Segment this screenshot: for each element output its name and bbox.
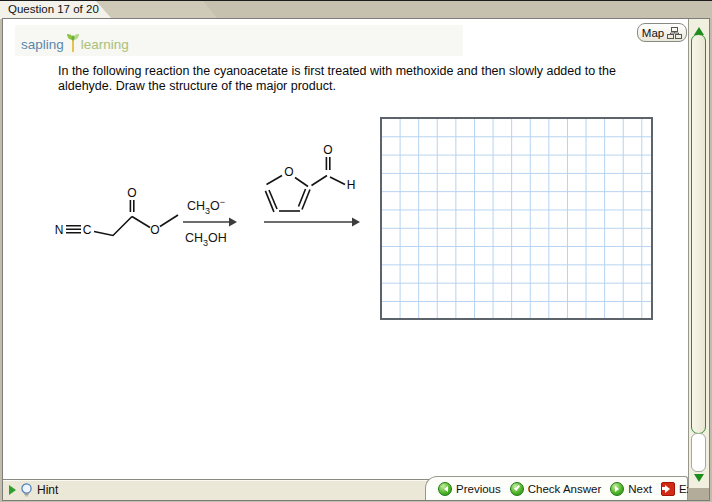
sprout-icon: [65, 32, 81, 54]
vertical-scrollbar: [688, 19, 709, 489]
hint-label: Hint: [37, 483, 58, 497]
navigation-buttons-tab: Previous Check Answer Next Exit: [425, 476, 688, 500]
hint-expand-icon: [9, 485, 16, 495]
window-corner: [688, 488, 709, 500]
svg-text:N: N: [55, 223, 64, 237]
reaction-arrow-2: [264, 218, 360, 227]
drawing-canvas[interactable]: [380, 117, 653, 320]
svg-text:O: O: [323, 143, 332, 157]
sapling-learning-logo: sapling learning: [21, 32, 129, 52]
check-answer-button[interactable]: Check Answer: [510, 482, 602, 496]
question-text: In the following reaction the cyanoaceta…: [58, 64, 650, 93]
map-button[interactable]: Map: [637, 23, 687, 42]
molecule-furfural: O O H: [265, 143, 355, 212]
top-strip: Question 17 of 20: [0, 0, 712, 18]
svg-text:C: C: [83, 223, 92, 237]
sitemap-icon: [667, 27, 682, 39]
question-progress-label: Question 17 of 20: [8, 3, 99, 15]
next-button[interactable]: Next: [610, 482, 652, 496]
exit-icon: [661, 482, 675, 496]
svg-text:O: O: [127, 186, 136, 200]
next-icon: [610, 482, 624, 496]
main-window: sapling learning Map In the following re…: [2, 18, 710, 501]
check-answer-icon: [510, 482, 524, 496]
previous-label: Previous: [456, 483, 501, 495]
previous-icon: [438, 482, 452, 496]
logo-text-learning: learning: [81, 37, 129, 52]
reaction-arrow-1: [183, 218, 237, 227]
previous-button[interactable]: Previous: [438, 482, 501, 496]
map-button-label: Map: [642, 27, 664, 39]
lightbulb-icon: [20, 483, 33, 498]
svg-text:O: O: [284, 165, 293, 179]
svg-text:O: O: [150, 223, 159, 237]
molecule-cyanoacetate: N C O O: [55, 186, 178, 237]
hint-button[interactable]: Hint: [3, 483, 58, 498]
check-answer-label: Check Answer: [528, 483, 602, 495]
next-label: Next: [628, 483, 652, 495]
reagent-methoxide: CH3O−: [187, 197, 225, 216]
question-progress-tab: Question 17 of 20: [0, 1, 112, 19]
svg-text:H: H: [347, 178, 356, 192]
scrollbar-thumb[interactable]: [691, 34, 706, 434]
reagent-methanol: CH3OH: [185, 231, 227, 248]
scroll-down-icon[interactable]: [694, 474, 704, 487]
logo-text-sapling: sapling: [21, 37, 64, 52]
scrollbar-thumb-cap[interactable]: [691, 433, 706, 472]
logo-bar: sapling learning: [15, 25, 463, 56]
